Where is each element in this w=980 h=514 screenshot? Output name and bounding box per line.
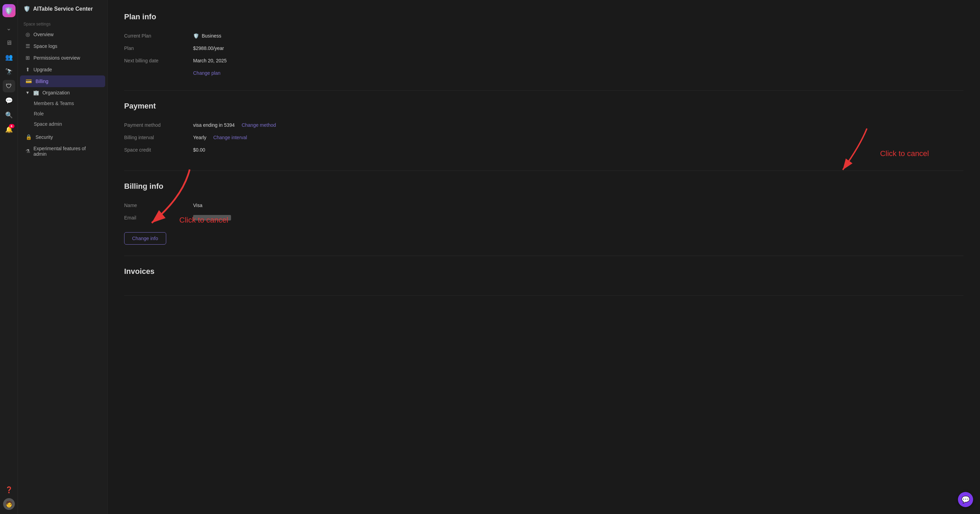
current-plan-label: Current Plan [124, 33, 193, 38]
plan-value: $2988.00/year [193, 46, 224, 51]
compass-icon[interactable]: 🔭 [3, 65, 15, 78]
help-icon[interactable]: ❓ [3, 484, 15, 496]
org-icon: 🏢 [33, 90, 39, 95]
sidebar: 🛡️ AITable Service Center Space settings… [18, 0, 108, 514]
billing-interval-label: Billing interval [124, 135, 193, 140]
chevron-icon: ▼ [25, 90, 30, 95]
security-icon: 🔒 [25, 134, 32, 140]
sidebar-item-members-teams[interactable]: Members & Teams [20, 98, 105, 108]
payment-title: Payment [124, 102, 963, 111]
current-plan-value: 🛡️ Business [193, 33, 221, 38]
sidebar-app-title: 🛡️ AITable Service Center [18, 5, 107, 17]
payment-method-value: visa ending in 5394 Change method [193, 122, 276, 128]
bell-icon[interactable]: 🔔 6 [3, 123, 15, 136]
app-logo[interactable]: 🛡️ [2, 4, 16, 17]
payment-section: Payment Payment method visa ending in 53… [124, 102, 963, 171]
experimental-icon: ⚗ [25, 148, 30, 154]
click-to-cancel-label: Click to cancel [179, 216, 228, 225]
plan-info-section: Plan info Current Plan 🛡️ Business Plan … [124, 13, 963, 90]
space-credit-value: $0.00 [193, 147, 205, 152]
org-group-toggle[interactable]: ▼ 🏢 Organization [20, 87, 105, 98]
billing-icon: 💳 [25, 78, 32, 84]
billing-name-label: Name [124, 203, 193, 208]
shield-icon[interactable]: 🛡 [3, 80, 15, 92]
billing-email-row: Email [124, 211, 963, 224]
space-credit-label: Space credit [124, 147, 193, 152]
sidebar-item-space-admin[interactable]: Space admin [20, 119, 105, 129]
plan-label: Plan [124, 46, 193, 51]
sidebar-item-role[interactable]: Role [20, 108, 105, 119]
change-info-container: Click to cancel Change info [124, 228, 166, 244]
upgrade-icon: ⬆ [25, 67, 30, 73]
next-billing-value: March 20, 2025 [193, 58, 227, 63]
sidebar-app-title-icon: 🛡️ [24, 5, 30, 12]
sidebar-item-billing[interactable]: 💳 Billing [20, 75, 105, 87]
change-plan-button[interactable]: Change plan [193, 70, 220, 76]
sidebar-item-upgrade[interactable]: ⬆ Upgrade [20, 64, 105, 75]
change-interval-button[interactable]: Change interval [213, 135, 247, 140]
sidebar-item-space-logs[interactable]: ☰ Space logs [20, 40, 105, 52]
arrow-annotation [832, 125, 874, 173]
billing-name-row: Name Visa [124, 199, 963, 211]
chat-bubble-icon: 💬 [961, 495, 970, 504]
next-billing-row: Next billing date March 20, 2025 [124, 54, 963, 67]
permissions-icon: ⊞ [25, 55, 30, 61]
sidebar-item-experimental[interactable]: ⚗ Experimental features of admin [20, 143, 105, 160]
sidebar-item-permissions-overview[interactable]: ⊞ Permissions overview [20, 52, 105, 64]
invoices-title: Invoices [124, 267, 963, 276]
sidebar-section-label: Space settings [18, 17, 107, 29]
sidebar-item-security[interactable]: 🔒 Security [20, 131, 105, 143]
change-method-button[interactable]: Change method [242, 122, 276, 128]
monitor-icon[interactable]: 🖥 [3, 36, 15, 49]
plan-cost-row: Plan $2988.00/year [124, 42, 963, 54]
chevron-down-icon[interactable]: ⌄ [3, 22, 15, 35]
billing-interval-value: Yearly Change interval [193, 135, 247, 140]
payment-method-label: Payment method [124, 122, 193, 128]
next-billing-label: Next billing date [124, 58, 193, 63]
space-logs-icon: ☰ [25, 43, 30, 49]
chat-rail-icon[interactable]: 💬 [3, 94, 15, 107]
overview-icon: ◎ [25, 31, 30, 38]
plan-icon: 🛡️ [193, 33, 199, 38]
click-to-cancel-text: Click to cancel [880, 149, 929, 158]
plan-info-title: Plan info [124, 13, 963, 21]
change-plan-row: Change plan [124, 67, 963, 79]
invoices-section: Invoices [124, 267, 963, 295]
billing-info-title: Billing info [124, 182, 963, 191]
sidebar-item-overview[interactable]: ◎ Overview [20, 29, 105, 40]
users-icon[interactable]: 👥 [3, 51, 15, 63]
notification-badge: 6 [9, 124, 14, 128]
change-info-button[interactable]: Change info [124, 232, 166, 244]
chat-support-button[interactable]: 💬 [958, 492, 973, 507]
user-avatar[interactable]: 🧑 [3, 498, 15, 510]
search-icon[interactable]: 🔍 [3, 109, 15, 121]
current-plan-row: Current Plan 🛡️ Business [124, 30, 963, 42]
billing-info-section: Billing info Name Visa Email Click [124, 182, 963, 256]
icon-rail: 🛡️ ⌄ 🖥 👥 🔭 🛡 💬 🔍 🔔 6 ❓ 🧑 [0, 0, 18, 514]
main-content: Plan info Current Plan 🛡️ Business Plan … [108, 0, 980, 514]
billing-name-value: Visa [193, 203, 202, 208]
